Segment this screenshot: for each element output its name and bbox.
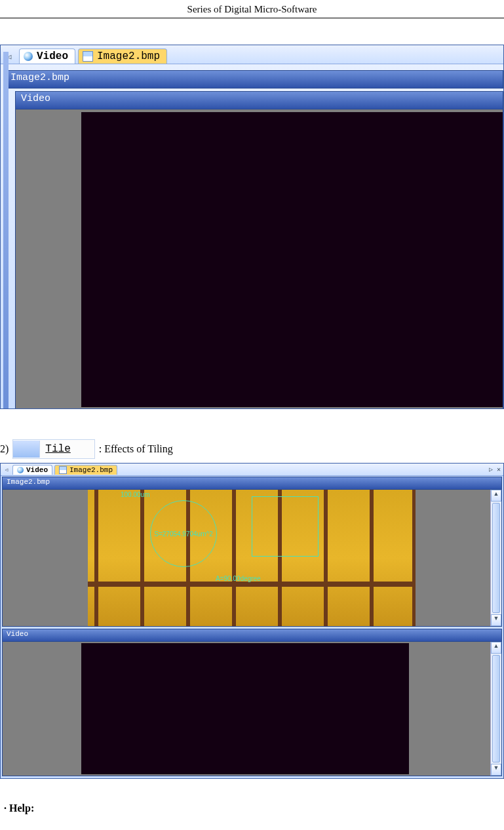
tile-menu-item[interactable]: Tile (12, 439, 94, 459)
tab-video-label: Video (37, 50, 68, 62)
video-viewport-black-2 (81, 643, 409, 774)
picture-icon (83, 51, 93, 62)
scroll-down-icon[interactable]: ▼ (491, 764, 501, 776)
microscope-image: 100.00um S=27054.9704um^2 A=90.00degree (88, 490, 416, 626)
mdi-body-video (15, 109, 503, 409)
item-2-number: 2) (0, 443, 9, 455)
help-heading-row: · Help: (4, 802, 504, 814)
mdi-titlebar-image2[interactable]: Image2.bmp (5, 70, 503, 89)
pane-bottom-body: ▲ ▼ (2, 642, 502, 776)
item-2-row: 2) Tile : Effects of Tiling (0, 439, 504, 459)
scale-vertical (370, 490, 374, 626)
measurement-top-label: 100.00um (121, 491, 149, 498)
measurement-angle-label: A=90.00degree (216, 575, 261, 582)
screenshot-cascade: ◁ Video Image2.bmp Image2.bmp Video (0, 45, 504, 409)
tab-image2-2[interactable]: Image2.bmp (54, 465, 117, 475)
scrollbar-vertical[interactable]: ▲ ▼ (490, 490, 501, 626)
scrollbar-vertical-2[interactable]: ▲ ▼ (490, 642, 501, 776)
video-viewport-black (81, 112, 503, 407)
pane-top-titlebar[interactable]: Image2.bmp (2, 477, 502, 490)
mdi-child-video: Video (15, 91, 503, 409)
globe-icon (17, 467, 24, 473)
help-label: Help: (9, 802, 34, 814)
tab-nav-right-icon[interactable]: ▷ (489, 465, 493, 473)
mdi-left-strip (3, 52, 9, 408)
scroll-down-icon[interactable]: ▼ (491, 614, 501, 626)
tab-video[interactable]: Video (19, 49, 75, 64)
tile-pane-top: Image2.bmp 100.00um S=27054.9704um^2 (2, 477, 502, 626)
tile-label: Tile (40, 443, 94, 455)
tab-image2-label-2: Image2.bmp (69, 466, 113, 474)
tab-video-2[interactable]: Video (12, 465, 52, 475)
tab-strip-2: ◁ Video Image2.bmp ▷ ✕ (1, 464, 503, 476)
screenshot-tiling: ◁ Video Image2.bmp ▷ ✕ Image2.bmp (0, 463, 504, 779)
tile-highlight-swatch (13, 441, 40, 458)
page-header-title: Series of Digital Micro-Software (187, 4, 317, 14)
item-2-caption: : Effects of Tiling (99, 443, 173, 455)
pane-top-body: 100.00um S=27054.9704um^2 A=90.00degree … (2, 490, 502, 627)
scroll-up-icon[interactable]: ▲ (491, 642, 501, 654)
globe-icon (24, 52, 33, 61)
tab-close-icon[interactable]: ✕ (497, 465, 501, 473)
tab-image2[interactable]: Image2.bmp (78, 49, 167, 64)
picture-icon (59, 466, 67, 474)
tab-nav-left-icon[interactable]: ◁ (3, 465, 10, 474)
scale-vertical (94, 490, 98, 626)
pane-bottom-titlebar[interactable]: Video (2, 629, 502, 642)
mdi-child-image2: Image2.bmp (5, 70, 503, 89)
pane-top-title: Image2.bmp (7, 478, 50, 486)
scroll-thumb[interactable] (492, 655, 500, 762)
scale-vertical (412, 490, 416, 626)
scale-horizontal (88, 582, 416, 587)
tab-right-controls: ▷ ✕ (489, 465, 501, 473)
mdi-title-image2: Image2.bmp (10, 72, 69, 83)
tile-pane-bottom: Video ▲ ▼ (2, 629, 502, 776)
page-header: Series of Digital Micro-Software (0, 0, 504, 18)
scroll-thumb[interactable] (492, 503, 500, 613)
scroll-up-icon[interactable]: ▲ (491, 490, 501, 502)
bullet-icon: · (4, 802, 7, 814)
scale-vertical (140, 490, 144, 626)
tab-video-label-2: Video (26, 466, 48, 474)
pane-bottom-title: Video (7, 630, 28, 638)
scale-vertical (232, 490, 236, 626)
measurement-circle: S=27054.9704um^2 (150, 500, 217, 567)
scale-vertical (324, 490, 328, 626)
tab-image2-label: Image2.bmp (97, 50, 160, 62)
mdi-titlebar-video[interactable]: Video (15, 91, 503, 109)
mdi-title-video: Video (21, 93, 50, 104)
measurement-rect (252, 496, 319, 557)
measurement-circle-label: S=27054.9704um^2 (154, 530, 213, 538)
tab-strip: ◁ Video Image2.bmp (1, 45, 503, 64)
